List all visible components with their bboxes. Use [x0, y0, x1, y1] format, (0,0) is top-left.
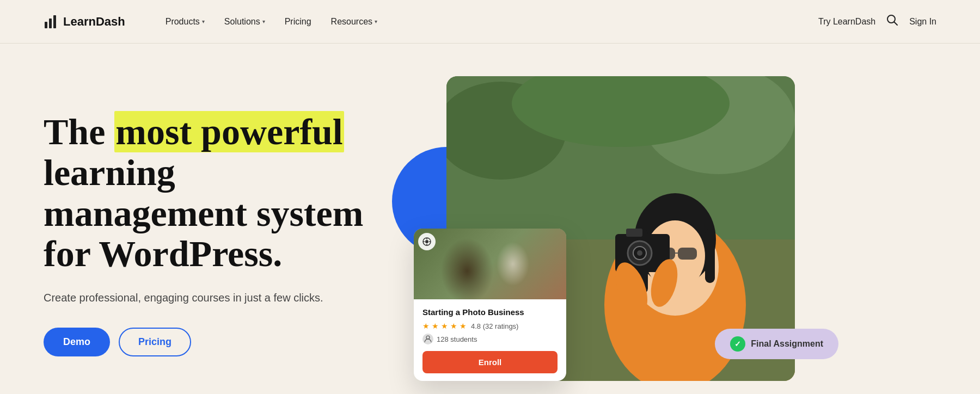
chevron-down-icon: ▾ [202, 19, 205, 24]
navbar: LearnDash Products ▾ Solutions ▾ Pricing… [0, 0, 980, 44]
check-icon: ✓ [730, 336, 745, 352]
sign-in-link[interactable]: Sign In [909, 17, 936, 27]
assignment-label: Final Assignment [751, 339, 823, 349]
svg-rect-14 [705, 229, 715, 283]
nav-item-solutions[interactable]: Solutions ▾ [217, 13, 273, 31]
demo-button[interactable]: Demo [44, 328, 110, 356]
nav-actions: Try LearnDash Sign In [818, 14, 936, 29]
star-4: ★ [450, 322, 457, 330]
try-learndash-link[interactable]: Try LearnDash [818, 17, 875, 27]
card-rating: 4.8 (32 ratings) [471, 322, 518, 330]
svg-rect-0 [45, 22, 47, 28]
person-icon [424, 335, 432, 343]
svg-rect-26 [414, 229, 566, 299]
nav-item-resources[interactable]: Resources ▾ [323, 13, 385, 31]
star-2: ★ [432, 322, 439, 330]
hero-buttons: Demo Pricing [44, 328, 381, 356]
svg-rect-2 [53, 15, 56, 28]
card-title: Starting a Photo Business [422, 307, 558, 318]
logo-icon [44, 14, 59, 29]
svg-rect-20 [626, 229, 642, 237]
enroll-button[interactable]: Enroll [422, 351, 558, 373]
pricing-button[interactable]: Pricing [119, 328, 191, 356]
svg-rect-29 [414, 272, 566, 299]
chevron-down-icon: ▾ [262, 19, 265, 24]
assignment-pill: ✓ Final Assignment [715, 329, 838, 359]
search-icon[interactable] [886, 14, 898, 29]
card-photo [414, 229, 566, 299]
chevron-down-icon: ▾ [375, 19, 377, 24]
nav-links: Products ▾ Solutions ▾ Pricing Resources… [158, 13, 818, 31]
hero-visual: Starting a Photo Business ★ ★ ★ ★ ★ 4.8 … [381, 76, 936, 392]
svg-rect-1 [49, 19, 52, 28]
star-5: ★ [460, 322, 467, 330]
svg-line-4 [895, 22, 898, 26]
nav-item-pricing[interactable]: Pricing [277, 13, 319, 31]
hero-title: The most powerful learning management sy… [44, 112, 381, 274]
course-card: Starting a Photo Business ★ ★ ★ ★ ★ 4.8 … [414, 229, 566, 381]
hero-section: The most powerful learning management sy… [0, 44, 980, 394]
card-stars: ★ ★ ★ ★ ★ 4.8 (32 ratings) [422, 322, 558, 330]
star-1: ★ [422, 322, 430, 330]
logo-text: LearnDash [63, 15, 125, 29]
svg-point-23 [637, 250, 642, 256]
logo[interactable]: LearnDash [44, 14, 125, 29]
hero-content: The most powerful learning management sy… [44, 112, 381, 356]
aperture-icon [422, 237, 432, 247]
students-count: 128 students [437, 335, 477, 343]
card-brand-icon [418, 233, 436, 250]
students-icon [422, 334, 433, 344]
hero-subtitle: Create professional, engaging courses in… [44, 290, 381, 306]
card-image [414, 229, 566, 299]
card-students: 128 students [422, 334, 558, 344]
svg-point-27 [436, 239, 490, 299]
highlight-text: most powerful [114, 111, 344, 152]
card-body: Starting a Photo Business ★ ★ ★ ★ ★ 4.8 … [414, 299, 566, 381]
star-3: ★ [441, 322, 448, 330]
nav-item-products[interactable]: Products ▾ [158, 13, 212, 31]
svg-point-28 [479, 237, 523, 297]
svg-rect-17 [678, 248, 697, 260]
svg-point-36 [426, 336, 430, 339]
svg-point-31 [425, 240, 428, 243]
